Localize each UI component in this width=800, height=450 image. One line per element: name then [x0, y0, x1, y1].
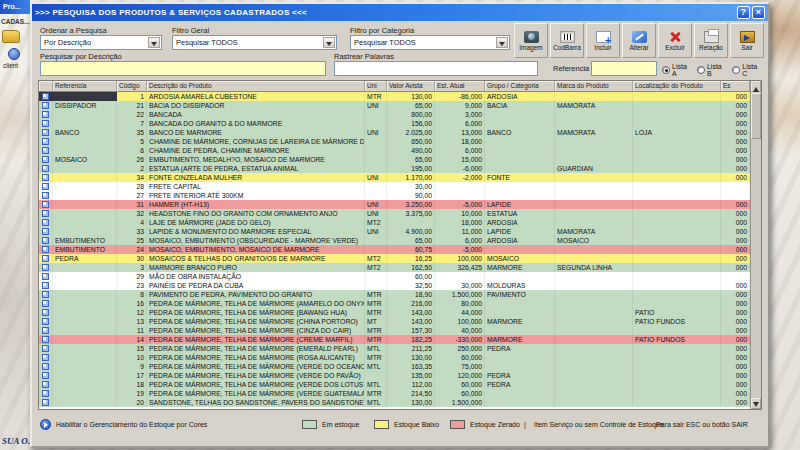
table-row[interactable]: EMBUTIMENTO24MOSAICO, EMBUTIMENTO, MOSAI…: [39, 245, 750, 254]
chevron-down-icon[interactable]: [496, 37, 508, 48]
table-row[interactable]: 2ESTATUA (ARTE DE PEDRA, ESTATUA ANIMAL1…: [39, 164, 750, 173]
table-row[interactable]: 22BANCADA800,003,000000: [39, 110, 750, 119]
col-valor-avista[interactable]: Valor Avista: [387, 81, 435, 92]
cell-code: 29: [117, 272, 147, 281]
scrollbar-thumb[interactable]: [751, 93, 761, 139]
codbarra-button[interactable]: CodBarra: [550, 23, 584, 58]
general-filter-dropdown[interactable]: Pesquisar TODOS: [172, 35, 337, 50]
table-row[interactable]: 15PEDRA DE MÁRMORE, TELHA DE MÁRMORE (EM…: [39, 344, 750, 353]
list-radio-group: Lista A Lista B Lista C: [662, 63, 768, 77]
cell-grupo: [485, 182, 555, 191]
table-row[interactable]: 12PEDRA DE MÁRMORE, TELHA DE MÁRMORE (BA…: [39, 308, 750, 317]
col-localizacao[interactable]: Localização do Produto: [633, 81, 721, 92]
radio-lista-b-label: Lista B: [707, 63, 727, 77]
cell-loc: [633, 92, 721, 101]
category-filter-dropdown[interactable]: Pesquisar TODOS: [350, 35, 510, 50]
table-row[interactable]: 18PEDRA DE MÁRMORE, TELHA DE MÁRMORE (VE…: [39, 380, 750, 389]
cell-loc: LOJA: [633, 128, 721, 137]
col-uni[interactable]: Uni: [365, 81, 387, 92]
radio-lista-c[interactable]: Lista C: [732, 63, 763, 77]
cell-desc: PEDRA DE MÁRMORE, TELHA DE MÁRMORE (VERD…: [147, 380, 365, 389]
cell-ref: [53, 137, 117, 146]
col-es[interactable]: Es: [721, 81, 750, 92]
cell-es: 000: [721, 128, 750, 137]
order-dropdown[interactable]: Por Descrição: [40, 35, 162, 50]
table-row[interactable]: 9PEDRA DE MÁRMORE, TELHA DE MÁRMORE (VER…: [39, 362, 750, 371]
table-row[interactable]: 3MARMORE BRANCO PUROMT2162,50326,425MARM…: [39, 263, 750, 272]
enable-stock-colors-label[interactable]: Habilitar o Gerenciamento do Estoque por…: [56, 421, 207, 428]
col-icon[interactable]: [39, 81, 53, 92]
legend-yellow-swatch: [374, 420, 389, 429]
relacao-button[interactable]: Relação: [694, 23, 728, 58]
reference-input[interactable]: [591, 61, 657, 76]
cell-marca: [555, 272, 633, 281]
table-row[interactable]: 8PAVIMENTO DE PEDRA, PAVIMENTO DO GRANIT…: [39, 290, 750, 299]
cell-desc: FRETE CAPITAL: [147, 182, 365, 191]
col-marca[interactable]: Marca do Produto: [555, 81, 633, 92]
table-row[interactable]: 10PEDRA DE MÁRMORE, TELHA DE MÁRMORE (RO…: [39, 353, 750, 362]
table-row[interactable]: 23PAINÉIS DE PEDRA DA CUBA32,5030,000MOL…: [39, 281, 750, 290]
table-row[interactable]: BANCO35BANCO DE MARMOREUNI2.025,0013,000…: [39, 128, 750, 137]
cell-marca: [555, 245, 633, 254]
table-row[interactable]: MOSAICO26EMBUTIMENTO, MEDALH?O, MOSAICO …: [39, 155, 750, 164]
background-text-cadastro: CADAS...: [1, 18, 31, 25]
cell-ref: [53, 191, 117, 200]
radio-lista-a[interactable]: Lista A: [662, 63, 692, 77]
table-row[interactable]: 34FONTE CINZELADA MULHERUNI1.170,00-2,00…: [39, 173, 750, 182]
cell-desc: CHAMINE DE PEDRA, CHAMINE MARMORE: [147, 146, 365, 155]
help-button[interactable]: ?: [737, 6, 750, 19]
cell-code: 22: [117, 110, 147, 119]
cell-desc: MOSAICO, EMBUTIMENTO (OBSCURIDADE - MARM…: [147, 236, 365, 245]
cell-grupo: [485, 353, 555, 362]
scroll-up-icon[interactable]: [751, 81, 761, 92]
cell-code: 13: [117, 317, 147, 326]
cell-ref: [53, 317, 117, 326]
incluir-button[interactable]: Incluir: [586, 23, 620, 58]
col-referencia[interactable]: Referencia: [53, 81, 117, 92]
table-row[interactable]: 16PEDRA DE MÁRMORE, TELHA DE MÁRMORE (AM…: [39, 299, 750, 308]
table-row[interactable]: 28FRETE CAPITAL30,00: [39, 182, 750, 191]
radio-lista-b[interactable]: Lista B: [697, 63, 727, 77]
table-row[interactable]: 1ARDOSIA AMARELA CUBESTONEMTR130,00-86,0…: [39, 92, 750, 101]
col-est-atual[interactable]: Est. Atual: [435, 81, 485, 92]
col-grupo-categoria[interactable]: Grupo / Categoria: [485, 81, 555, 92]
table-row[interactable]: 19PEDRA DE MÁRMORE, TELHA DE MÁRMORE (VE…: [39, 389, 750, 398]
col-codigo[interactable]: Código: [117, 81, 147, 92]
table-row[interactable]: 29MÃO DE OBRA INSTALAÇÃO60,00: [39, 272, 750, 281]
table-row[interactable]: 20SANDSTONE, TELHAS DO SANDSTONE, PAVERS…: [39, 398, 750, 407]
search-description-input[interactable]: [40, 61, 326, 76]
cell-loc: [633, 371, 721, 380]
table-row[interactable]: 11PEDRA DE MÁRMORE, TELHA DE MÁRMORE (CI…: [39, 326, 750, 335]
sair-button[interactable]: Sair: [730, 23, 764, 58]
title-bar[interactable]: >>> PESQUISA DOS PRODUTOS & SERVIÇOS CAD…: [32, 4, 768, 21]
cell-code: 1: [117, 92, 147, 101]
excluir-button[interactable]: Excluir: [658, 23, 692, 58]
imagem-button[interactable]: Imagem: [514, 23, 548, 58]
stock-color-toggle-icon[interactable]: [40, 419, 51, 430]
table-row[interactable]: 4LAJE DE MÁRMORE (JADE DO GELO)MT218,000…: [39, 218, 750, 227]
chevron-down-icon[interactable]: [323, 37, 335, 48]
image-icon: [42, 228, 49, 235]
table-row[interactable]: 13PEDRA DE MÁRMORE, TELHA DE MÁRMORE (CH…: [39, 317, 750, 326]
cell-grupo: [485, 146, 555, 155]
table-row[interactable]: 14PEDRA DE MÁRMORE, TELHA DE MÁRMORE (CR…: [39, 335, 750, 344]
close-button[interactable]: ×: [752, 6, 765, 19]
table-row[interactable]: PEDRA30MOSAICOS & TELHAS DO GRANITO/OS D…: [39, 254, 750, 263]
table-row[interactable]: 6CHAMINE DE PEDRA, CHAMINE MARMORE490,00…: [39, 146, 750, 155]
table-row[interactable]: 7BANCADA DO GRANITO & DO MARMORE156,006,…: [39, 119, 750, 128]
track-words-input[interactable]: [334, 61, 538, 76]
vertical-scrollbar[interactable]: [750, 81, 761, 409]
table-row[interactable]: 32HEADSTONE FINO DO GRANITO COM ORNAMENT…: [39, 209, 750, 218]
table-row[interactable]: 17PEDRA DE MÁRMORE, TELHA DE MÁRMORE (VE…: [39, 371, 750, 380]
table-row[interactable]: EMBUTIMENTO25MOSAICO, EMBUTIMENTO (OBSCU…: [39, 236, 750, 245]
row-icon-cell: [39, 317, 53, 326]
alterar-button[interactable]: Alterar: [622, 23, 656, 58]
table-row[interactable]: 27FRETE INTERIOR ATÉ 300KM90,00: [39, 191, 750, 200]
table-row[interactable]: DISSIPADOR21BACIA DO DISSIPADORUNI65,009…: [39, 101, 750, 110]
chevron-down-icon[interactable]: [148, 37, 160, 48]
col-descricao[interactable]: Descrição do Produto: [147, 81, 365, 92]
table-row[interactable]: 5CHAMINE DE MÁRMORE, CORNIJAS DE LAREIRA…: [39, 137, 750, 146]
table-row[interactable]: 31HAMMER (HT-H13)UNI3.250,00-5,000LAPIDE…: [39, 200, 750, 209]
scroll-down-icon[interactable]: [751, 398, 761, 409]
table-row[interactable]: 33LAPIDE & MONUMENTO DO MARMORE ESPECIAL…: [39, 227, 750, 236]
